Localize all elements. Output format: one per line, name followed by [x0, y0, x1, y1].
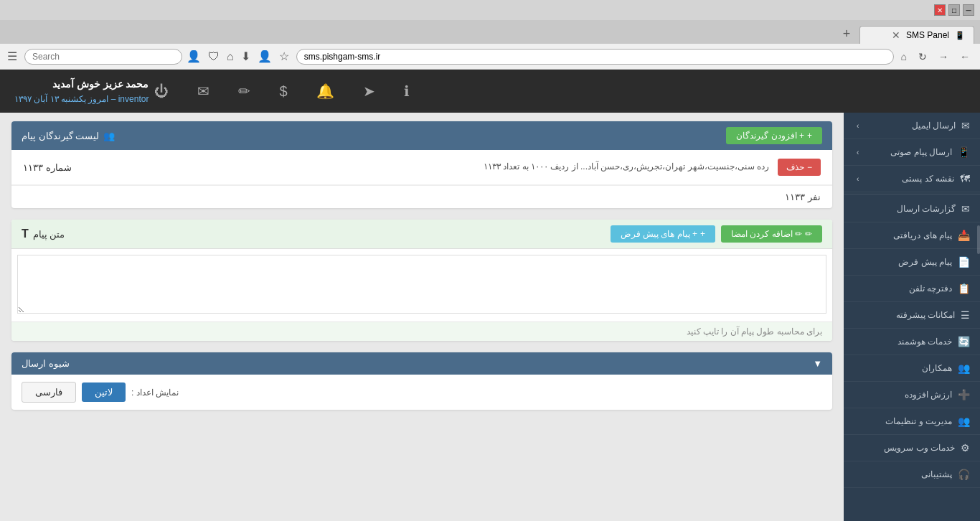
info-icon[interactable]: ℹ — [398, 77, 415, 105]
chevron-icon: › — [857, 175, 859, 183]
recipient-count: نفر ۱۱۳۳ — [11, 185, 832, 208]
browser-tab[interactable]: 📱 SMS Panel ✕ — [859, 26, 974, 44]
maximize-button[interactable]: □ — [948, 4, 960, 16]
voice-icon: 📱 — [958, 146, 970, 158]
farsi-button[interactable]: فارسی — [22, 382, 76, 403]
mail-icon[interactable]: ✉ — [192, 77, 215, 105]
new-tab-button[interactable]: + — [837, 24, 857, 44]
back-button[interactable]: ← — [956, 50, 974, 64]
url-bar[interactable] — [296, 49, 894, 65]
smart-icon: 🔄 — [958, 336, 970, 347]
close-button[interactable]: ✕ — [934, 4, 946, 16]
message-textarea[interactable] — [17, 255, 826, 314]
send-label: نمایش اعداد : — [131, 388, 179, 398]
sidebar-label: خدمات وب سرویس — [854, 443, 955, 453]
recipient-row: − حذف رده سنی،جنسیت،شهر تهران،تجریش،ری،ح… — [11, 150, 832, 185]
chevron-icon: › — [857, 122, 859, 130]
power-icon[interactable]: ⏻ — [149, 78, 174, 105]
sidebar-label: مدیریت و تنظیمات — [854, 416, 952, 426]
send-icon[interactable]: ➤ — [357, 77, 381, 105]
shield-icon[interactable]: 🛡 — [207, 49, 221, 65]
message-header: ✏ ✏ اضافه کردن امضا + + پیام های پیش فرض… — [11, 220, 832, 249]
sidebar-label: دفترچه تلفن — [854, 283, 952, 294]
sidebar-item-smart-services[interactable]: 🔄 خدمات هوشمند — [844, 329, 980, 355]
sidebar-item-send-reports[interactable]: ✉ گزارشات ارسال — [844, 196, 980, 222]
extensions-icon[interactable]: ☰ — [6, 48, 19, 65]
send-method-card: ▼ شیوه ارسال نمایش اعداد : لاتین فارسی — [11, 352, 832, 410]
add-icon: + — [807, 131, 812, 141]
latin-button[interactable]: لاتین — [82, 382, 126, 402]
recipient-number: شماره ۱۱۳۳ — [23, 162, 72, 173]
sidebar-item-phonebook[interactable]: 📋 دفترچه تلفن — [844, 276, 980, 302]
tab-title: SMS Panel — [906, 30, 949, 40]
minimize-button[interactable]: ─ — [963, 4, 974, 16]
recipients-icon: 👥 — [103, 131, 115, 141]
sidebar-label: پیام های دریافتی — [854, 230, 952, 240]
text-icon: T — [22, 227, 29, 240]
plus-icon: ➕ — [958, 389, 970, 400]
sidebar-item-management[interactable]: 👥 مدیریت و تنظیمات — [844, 408, 980, 435]
sidebar-label: همکاران — [854, 363, 952, 373]
tab-close-icon[interactable]: ✕ — [892, 29, 900, 41]
phonebook-icon: 📋 — [958, 283, 970, 294]
bell-icon[interactable]: 🔔 — [311, 77, 340, 105]
sidebar-item-web-services[interactable]: ⚙ خدمات وب سرویس — [844, 435, 980, 461]
email-icon: ✉ — [961, 120, 970, 131]
template-icon: 📄 — [958, 256, 970, 268]
sidebar-item-send-voice[interactable]: 📱 ارسال پیام صوتی › — [844, 139, 980, 166]
recipients-title: 👥 لیست گیرندگان پیام — [22, 131, 115, 141]
filter-icon: ▼ — [813, 358, 822, 369]
message-actions: ✏ ✏ اضافه کردن امضا + + پیام های پیش فرض — [611, 225, 822, 243]
reports-icon: ✉ — [961, 203, 970, 215]
advanced-icon: ☰ — [961, 309, 970, 321]
templates-button[interactable]: + + پیام های پیش فرض — [611, 225, 715, 243]
profile-icon[interactable]: 👤 — [185, 48, 202, 65]
sidebar-label: امکانات پیشرفته — [854, 310, 955, 320]
account-icon[interactable]: 👤 — [256, 48, 273, 65]
recipients-header: + + افزودن گیرندگان 👥 لیست گیرندگان پیام — [11, 121, 832, 150]
edit-icon[interactable]: ✏ — [232, 77, 256, 105]
plus-icon: + — [700, 229, 705, 239]
recipients-card: + + افزودن گیرندگان 👥 لیست گیرندگان پیام… — [11, 121, 832, 208]
tab-favicon: 📱 — [955, 31, 965, 40]
sidebar-item-partners[interactable]: 👥 همکاران — [844, 355, 980, 382]
sidebar-label: گزارشات ارسال — [854, 204, 956, 214]
message-title: متن پیام T — [22, 227, 65, 240]
download-icon[interactable]: ⬇ — [240, 48, 252, 65]
map-icon: 🗺 — [960, 173, 970, 184]
sidebar-label: پیام پیش فرض — [854, 257, 952, 267]
reload-button[interactable]: ↻ — [914, 50, 931, 64]
add-emoji-button[interactable]: ✏ ✏ اضافه کردن امضا — [721, 225, 822, 243]
bookmark-icon[interactable]: ☆ — [278, 48, 291, 65]
dollar-icon[interactable]: $ — [273, 78, 293, 105]
sidebar-item-templates[interactable]: 📄 پیام پیش فرض — [844, 249, 980, 276]
sidebar-item-send-email[interactable]: ✉ ارسال ایمیل › — [844, 113, 980, 139]
sidebar-label: نقشه کد پستی — [864, 174, 954, 184]
home2-icon[interactable]: ⌂ — [225, 49, 235, 65]
forward-button[interactable]: → — [934, 50, 953, 64]
inbox-icon: 📥 — [958, 230, 970, 241]
send-method-header: ▼ شیوه ارسال — [11, 352, 832, 375]
sidebar-label: ارزش افزوده — [854, 390, 952, 400]
message-card: ✏ ✏ اضافه کردن امضا + + پیام های پیش فرض… — [11, 220, 832, 341]
search-input[interactable] — [24, 49, 182, 65]
sidebar-label: خدمات هوشمند — [854, 337, 952, 347]
add-recipients-button[interactable]: + + افزودن گیرندگان — [726, 127, 822, 144]
send-method-body: نمایش اعداد : لاتین فارسی — [11, 375, 832, 410]
username-label: محمد عزیز خوش آمدید — [14, 76, 149, 92]
delete-recipient-button[interactable]: − حذف — [778, 159, 821, 176]
sidebar-item-advanced[interactable]: ☰ امکانات پیشرفته — [844, 302, 980, 329]
user-subtitle: inventor – امروز یکشنبه ۱۳ آبان ۱۳۹۷ — [14, 93, 149, 106]
recipient-info: رده سنی،جنسیت،شهر تهران،تجریش،ری،حسن آبا… — [80, 159, 769, 175]
sidebar-item-postal-map[interactable]: 🗺 نقشه کد پستی › — [844, 166, 980, 192]
sidebar-item-received-msgs[interactable]: 📥 پیام های دریافتی — [844, 222, 980, 249]
sidebar-label: ارسال ایمیل — [864, 121, 956, 131]
home-button[interactable]: ⌂ — [897, 50, 911, 64]
sidebar-label: ارسال پیام صوتی — [864, 147, 952, 157]
sidebar-item-support[interactable]: 🎧 پشتیبانی — [844, 461, 980, 488]
edit-icon: ✏ — [805, 229, 812, 239]
chevron-icon: › — [857, 149, 859, 156]
minus-icon: − — [807, 162, 812, 172]
sidebar-label: پشتیبانی — [854, 469, 952, 479]
sidebar-item-value-added[interactable]: ➕ ارزش افزوده — [844, 382, 980, 408]
